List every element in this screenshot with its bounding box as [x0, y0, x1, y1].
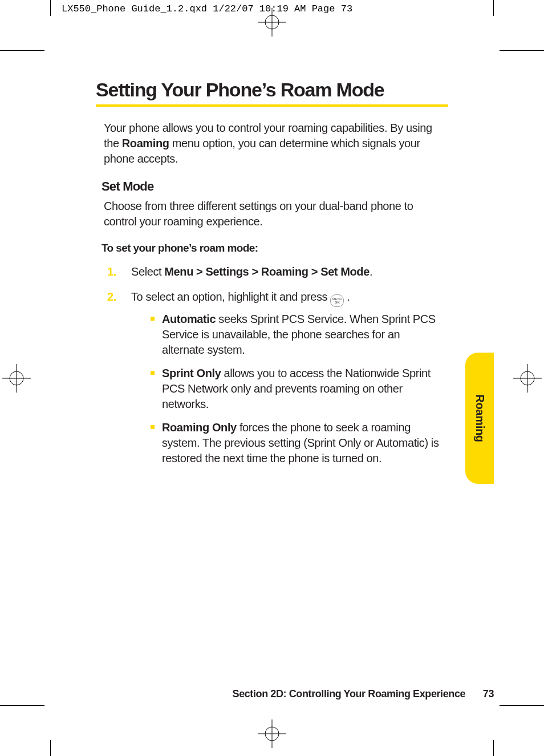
option-name: Automatic [162, 313, 216, 325]
footer-section-label: Section 2D: Controlling Your Roaming Exp… [233, 688, 466, 700]
page: Roaming Setting Your Phone’s Roam Mode Y… [50, 50, 494, 706]
step-2: 2. To select an option, highlight it and… [107, 289, 442, 466]
crop-mark-icon [493, 0, 494, 16]
option-name: Sprint Only [162, 367, 221, 379]
content-area: Setting Your Phone’s Roam Mode Your phon… [96, 79, 448, 672]
crop-mark-icon [493, 740, 494, 756]
set-mode-description: Choose from three different settings on … [104, 199, 442, 229]
section-tab-label: Roaming [473, 394, 486, 442]
options-list: Automatic seeks Sprint PCS Service. When… [151, 312, 442, 466]
procedure-steps: 1. Select Menu > Settings > Roaming > Se… [107, 264, 442, 466]
page-title: Setting Your Phone’s Roam Mode [96, 79, 448, 101]
step-text: To select an option, highlight it and pr… [131, 290, 330, 303]
registration-mark-icon [258, 719, 286, 748]
step-number: 1. [107, 264, 116, 280]
registration-mark-icon [258, 8, 286, 37]
registration-mark-icon [513, 364, 542, 393]
intro-bold: Roaming [122, 137, 169, 149]
intro-paragraph: Your phone allows you to control your ro… [104, 120, 442, 167]
page-footer: Section 2D: Controlling Your Roaming Exp… [50, 688, 494, 700]
menu-path: Menu > Settings > Roaming > Set Mode [164, 265, 370, 278]
step-1: 1. Select Menu > Settings > Roaming > Se… [107, 264, 442, 280]
footer-page-number: 73 [483, 688, 494, 700]
registration-mark-icon [2, 364, 31, 393]
option-roaming-only: Roaming Only forces the phone to seek a … [151, 420, 442, 466]
printer-slug: LX550_Phone Guide_1.2.qxd 1/22/07 10:19 … [62, 3, 352, 14]
crop-mark-icon [50, 0, 51, 16]
step-text: . [344, 290, 350, 303]
crop-mark-icon [500, 50, 544, 51]
title-rule [96, 104, 448, 107]
section-tab: Roaming [465, 353, 494, 484]
step-number: 2. [107, 289, 116, 305]
sheet: LX550_Phone Guide_1.2.qxd 1/22/07 10:19 … [0, 0, 544, 756]
menu-ok-key-icon [330, 294, 344, 307]
option-automatic: Automatic seeks Sprint PCS Service. When… [151, 312, 442, 358]
crop-mark-icon [50, 740, 51, 756]
crop-mark-icon [500, 705, 544, 706]
subheading-set-mode: Set Mode [102, 179, 448, 194]
procedure-lead: To set your phone’s roam mode: [102, 242, 448, 254]
crop-mark-icon [0, 50, 44, 51]
step-text: Select [131, 265, 164, 278]
crop-mark-icon [0, 705, 44, 706]
option-sprint-only: Sprint Only allows you to access the Nat… [151, 366, 442, 412]
option-name: Roaming Only [162, 421, 237, 434]
step-text: . [370, 265, 372, 278]
